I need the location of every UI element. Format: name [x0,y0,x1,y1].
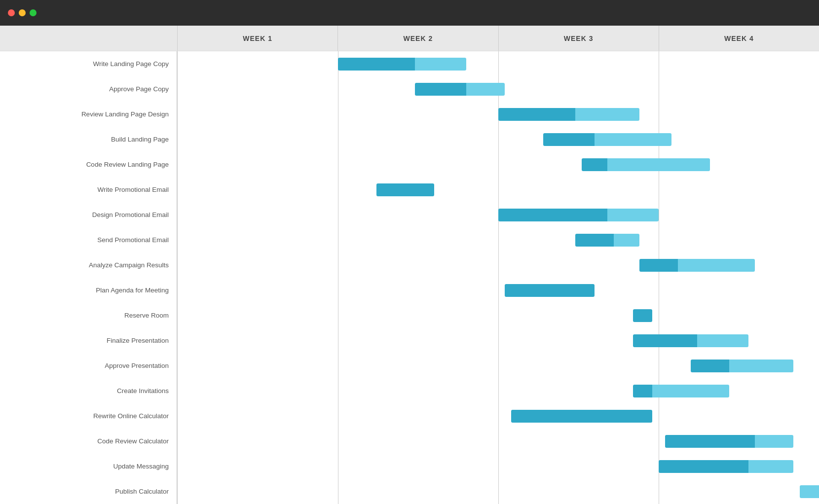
gantt-bar-group [639,259,755,272]
gantt-row [178,479,819,504]
gantt-bar-group [505,284,595,297]
gantt-row [178,353,819,378]
gantt-bar-group [665,435,793,448]
header-spacer [0,26,178,51]
gantt-bar-group [575,234,639,247]
gantt-bar-group [633,309,652,322]
minimize-button[interactable] [19,9,26,16]
gantt-row [178,152,819,177]
bar-done [511,410,652,423]
task-label: Reserve Room [0,303,177,328]
task-label: Send Promotional Email [0,227,177,252]
task-label: Rewrite Online Calculator [0,403,177,429]
close-button[interactable] [8,9,15,16]
task-label: Finalize Presentation [0,328,177,353]
task-label: Analyze Campaign Results [0,252,177,278]
bar-remaining [800,485,819,498]
week-col-1: WEEK 1 [178,26,338,51]
gantt-bar-group [376,183,434,196]
bar-done [376,183,434,196]
gantt-bar-group [633,385,729,397]
task-label: Code Review Landing Page [0,152,177,177]
task-label-column: Write Landing Page CopyApprove Page Copy… [0,51,178,504]
bar-done [415,83,466,96]
bar-done [691,360,729,372]
gantt-row [178,252,819,278]
bar-remaining [748,460,793,473]
bar-remaining [697,334,748,347]
gantt-row [178,127,819,152]
gantt-row [178,177,819,202]
gantt-area [178,51,819,504]
bar-done [582,158,607,171]
gantt-bar-group [800,485,819,498]
task-label: Create Invitations [0,378,177,403]
bar-remaining [607,209,659,221]
gantt-row [178,51,819,76]
bar-remaining [607,158,710,171]
gantt-bar-group [338,58,466,71]
gantt-row [178,303,819,328]
bar-done [633,309,652,322]
task-label: Update Messaging [0,454,177,479]
gantt-row [178,227,819,252]
bar-remaining [575,108,639,121]
task-label: Plan Agenda for Meeting [0,278,177,303]
gantt-bar-group [582,158,710,171]
gantt-row [178,278,819,303]
task-label: Write Promotional Email [0,177,177,202]
task-label: Design Promotional Email [0,202,177,227]
gantt-chart: WEEK 1 WEEK 2 WEEK 3 WEEK 4 Write Landin… [0,26,819,504]
gantt-row [178,202,819,227]
bar-remaining [595,133,671,146]
gantt-row [178,102,819,127]
titlebar [0,0,819,26]
bar-done [633,334,697,347]
task-label: Write Landing Page Copy [0,51,177,76]
week-col-2: WEEK 2 [338,26,498,51]
maximize-button[interactable] [30,9,37,16]
week-col-4: WEEK 4 [659,26,819,51]
bar-remaining [614,234,639,247]
task-label: Review Landing Page Design [0,102,177,127]
bar-done [665,435,755,448]
bar-remaining [729,360,793,372]
task-label: Code Review Calculator [0,429,177,454]
gantt-bar-group [633,334,748,347]
bar-done [639,259,678,272]
gantt-row [178,328,819,353]
bar-done [633,385,652,397]
chart-body: Write Landing Page CopyApprove Page Copy… [0,51,819,504]
gantt-row [178,429,819,454]
bar-remaining [755,435,793,448]
bar-done [338,58,415,71]
gantt-bar-group [511,410,652,423]
gantt-row [178,378,819,403]
gantt-row [178,454,819,479]
bar-done [543,133,595,146]
task-label: Publish Calculator [0,479,177,504]
gantt-bar-group [415,83,505,96]
task-label: Build Landing Page [0,127,177,152]
bar-done [659,460,748,473]
bar-remaining [415,58,466,71]
bar-remaining [652,385,729,397]
task-label: Approve Presentation [0,353,177,378]
week-header: WEEK 1 WEEK 2 WEEK 3 WEEK 4 [0,26,819,51]
bar-done [498,209,607,221]
gantt-bar-group [498,108,639,121]
task-label: Approve Page Copy [0,76,177,102]
gantt-row [178,76,819,102]
bar-done [575,234,614,247]
bar-remaining [678,259,755,272]
gantt-rows [178,51,819,504]
bar-done [498,108,575,121]
week-col-3: WEEK 3 [499,26,659,51]
gantt-bar-group [659,460,793,473]
bar-done [505,284,595,297]
gantt-bar-group [498,209,659,221]
gantt-row [178,403,819,429]
gantt-bar-group [543,133,671,146]
bar-remaining [466,83,505,96]
gantt-bar-group [691,360,793,372]
